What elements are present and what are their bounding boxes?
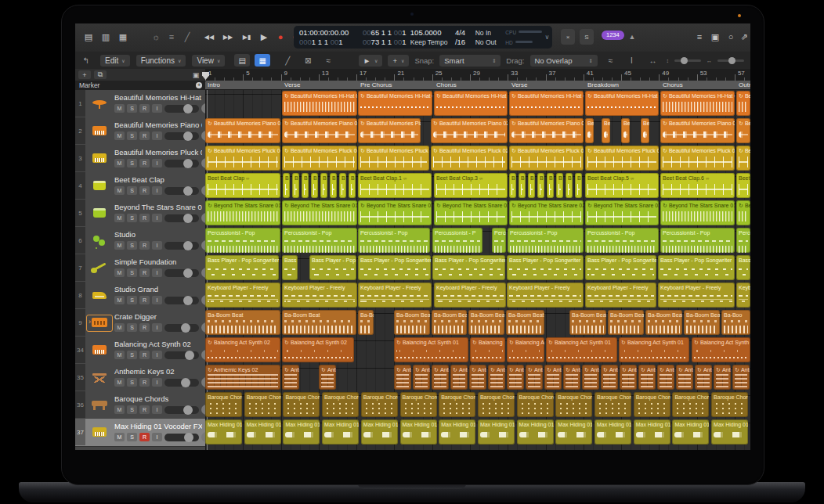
track-header[interactable]: 2Beautiful Memories Piano 01MSRI <box>75 117 205 146</box>
region[interactable]: ↻Anthe <box>714 365 731 390</box>
region[interactable]: Beet Beat Clap.5∞ <box>585 173 659 198</box>
region[interactable]: Beet Beat Clap.6∞ <box>660 173 735 198</box>
mute-button[interactable]: M <box>114 214 125 222</box>
region[interactable]: ↻Beyond The Stars Snare 01.2 <box>660 200 735 225</box>
toolbar-library-icon[interactable]: ▣ <box>707 29 724 45</box>
arrangement-marker[interactable]: Outro <box>736 81 750 89</box>
record-enable-button[interactable]: R <box>139 186 150 195</box>
region[interactable]: ↻Anthe <box>601 365 618 390</box>
track-header[interactable]: 3Beautiful Memories Pluck 01MSRI <box>75 145 205 173</box>
volume-slider[interactable] <box>164 297 199 304</box>
region[interactable]: ↻Beautiful Memories Pluck 02.3 <box>585 146 659 171</box>
horizontal-zoom-icon[interactable]: ↔ <box>645 54 661 67</box>
snap-select[interactable]: Smart⇕ <box>439 55 501 67</box>
region[interactable]: ↻Beautiful Memories Piano 02.2 <box>509 118 584 143</box>
track-header[interactable]: 8Studio GrandMSRI <box>75 282 205 310</box>
region[interactable]: ↻Beautiful Memories Pluck 02.2 <box>509 146 584 171</box>
region[interactable]: Keyboard Player - Freely <box>358 283 432 308</box>
region[interactable]: Beet Beat Clap.3∞ <box>434 173 508 198</box>
pointer-tool-menu[interactable]: ►∨ <box>359 55 383 67</box>
region[interactable]: ↻Anthe <box>620 365 637 390</box>
region[interactable]: Ba-Boom Beat <box>282 310 356 335</box>
add-marker-button[interactable]: + <box>196 82 202 88</box>
region[interactable]: ↻Beautiful Memories Piano 01.1 <box>282 118 357 143</box>
mute-button[interactable]: M <box>114 186 125 195</box>
mute-button[interactable]: M <box>114 268 125 277</box>
region[interactable]: Percussionist - Pop <box>585 228 659 253</box>
input-monitor-button[interactable]: I <box>152 405 162 414</box>
region[interactable]: ↻Beyond The Stars Snare 01.3 <box>736 200 750 225</box>
input-monitor-button[interactable]: I <box>152 131 162 140</box>
vertical-zoom-icon[interactable]: I <box>624 54 640 67</box>
region[interactable]: Bass Player - Pop Songwriter <box>507 255 584 280</box>
track-header[interactable]: 5Beyond The Stars Snare 01MSRI <box>75 200 205 228</box>
region[interactable]: Baroque Chords <box>711 392 748 417</box>
volume-slider[interactable] <box>164 187 199 195</box>
region[interactable]: Ba-Boom Beat <box>569 310 606 335</box>
region[interactable]: B <box>330 173 337 198</box>
region[interactable]: ↻Anthe <box>732 365 750 390</box>
lcd-chevron-icon[interactable]: ∨ <box>542 26 552 49</box>
smart-controls-icon[interactable]: ≡ <box>163 29 180 45</box>
volume-slider[interactable] <box>164 351 199 359</box>
region[interactable]: ↻Anthe <box>469 365 486 390</box>
region[interactable]: Bass Player - Pop So <box>309 255 356 280</box>
region[interactable]: Beet Beat Clap.1∞ <box>358 173 432 198</box>
region[interactable]: Max Hiding 01 V <box>478 419 515 445</box>
arrangement-marker[interactable]: Verse <box>282 81 360 89</box>
fast-forward-button[interactable]: ▶▶ <box>219 29 237 45</box>
region[interactable]: ↻Anthemic Keys 02 <box>205 365 280 390</box>
region[interactable]: Baroque Chords <box>244 392 281 417</box>
share-icon[interactable]: ⇗ <box>735 29 750 45</box>
region[interactable]: B <box>547 173 554 198</box>
region[interactable]: Max Hiding 01 V <box>439 419 475 445</box>
region[interactable]: B <box>302 173 309 198</box>
region[interactable]: Be <box>585 118 594 143</box>
region[interactable]: Baroque Chords <box>283 392 320 417</box>
region[interactable]: ↻Beautiful Memories Hi-Hat 03.2 <box>660 91 735 116</box>
region[interactable]: ↻Beautiful Memories Piano 02 <box>358 118 421 143</box>
back-icon[interactable]: ↰ <box>78 54 94 67</box>
solo-button[interactable]: S <box>127 104 137 113</box>
input-monitor-button[interactable]: I <box>152 104 162 113</box>
region[interactable]: Keyboard Player - Freely <box>507 283 584 308</box>
region[interactable]: Beet Beat Clap.8∞ <box>736 173 750 198</box>
region[interactable]: B <box>509 173 516 198</box>
region[interactable]: ↻Balancing Act Synth 01 <box>394 337 468 362</box>
editors-icon[interactable]: ╱ <box>179 29 196 45</box>
region[interactable]: ↻Beyond The Stars Snare 02.2 <box>509 200 584 225</box>
arrangement-marker[interactable]: Chorus <box>660 81 738 89</box>
volume-slider[interactable] <box>164 269 199 277</box>
quick-help-icon[interactable]: ☼ <box>147 29 164 45</box>
region[interactable]: ↻Balancing Act <box>507 337 544 362</box>
region[interactable]: Max Hiding 01 V <box>400 419 437 445</box>
track-header[interactable]: 37Max Hiding 01 Vocoder FXMSRI <box>75 419 205 447</box>
master-solo-button[interactable]: S <box>580 29 594 45</box>
region[interactable]: ↻Beyond The Stars Snare 02.1 <box>434 200 508 225</box>
solo-button[interactable]: S <box>127 351 137 359</box>
region[interactable]: ↻Balancing Act Synth 02 <box>282 337 354 362</box>
automation-icon[interactable]: ╱ <box>280 54 295 67</box>
input-monitor-button[interactable]: I <box>152 351 162 359</box>
input-monitor-button[interactable]: I <box>152 214 162 222</box>
input-monitor-button[interactable]: I <box>152 186 162 195</box>
region[interactable]: B <box>320 173 327 198</box>
mute-button[interactable]: M <box>114 351 125 359</box>
record-enable-button[interactable]: R <box>139 296 150 304</box>
volume-slider[interactable] <box>164 379 199 387</box>
solo-button[interactable]: S <box>127 378 137 387</box>
flex-icon[interactable]: ≈ <box>320 54 336 67</box>
region[interactable]: Beet Beat Clap∞ <box>205 173 280 198</box>
record-enable-button[interactable]: R <box>139 159 150 167</box>
play-button[interactable]: ▶ <box>255 29 273 45</box>
volume-slider[interactable] <box>164 132 199 140</box>
region[interactable]: ↻Beyond The Stars Snare 01∞ <box>205 200 280 225</box>
region[interactable]: ↻Balancing Act Synth 01 <box>546 337 617 362</box>
region[interactable]: ↻Balancing Act Synth 02 <box>205 337 280 362</box>
input-monitor-button[interactable]: I <box>152 241 162 250</box>
region[interactable]: Bass Player - Pop Songwriter <box>658 255 735 280</box>
region[interactable]: ↻Beautiful Memories Piano 02 <box>431 118 508 143</box>
track-header[interactable]: 6StudioMSRI <box>75 227 205 255</box>
region[interactable]: ↻Beautiful Memories Hi-Hat 02.2 <box>509 91 584 116</box>
region[interactable]: Max Hiding 01 V <box>283 419 320 445</box>
